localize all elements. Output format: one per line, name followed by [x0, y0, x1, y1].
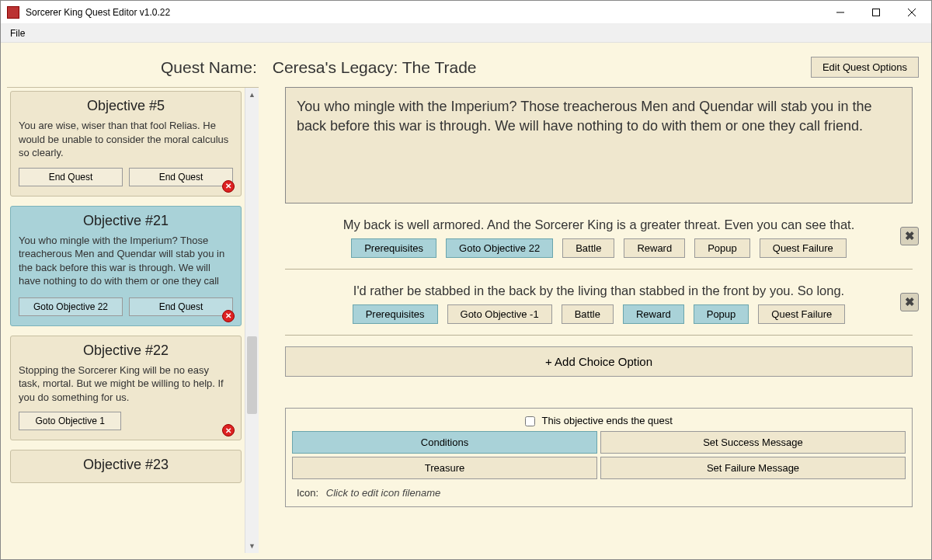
goto-objective-button[interactable]: Goto Objective 22 — [446, 238, 553, 258]
objective-action-button[interactable]: End Quest — [129, 297, 233, 316]
popup-button[interactable]: Popup — [694, 238, 750, 258]
objective-action-button[interactable]: End Quest — [19, 168, 123, 186]
svg-rect-1 — [873, 9, 880, 16]
titlebar: Sorcerer King Quest Editor v1.0.22 — [1, 1, 931, 24]
prerequisites-button[interactable]: Prerequisites — [351, 238, 436, 258]
content-area: Quest Name: Ceresa's Legacy: The Trade E… — [1, 43, 931, 559]
maximize-button[interactable] — [858, 1, 894, 24]
objective-card[interactable]: Objective #23 — [10, 450, 242, 483]
close-button[interactable] — [894, 1, 930, 24]
delete-choice-button[interactable]: ✖ — [900, 227, 919, 245]
scroll-up-icon[interactable]: ▲ — [245, 88, 259, 102]
reward-button[interactable]: Reward — [624, 238, 685, 258]
icon-filename-field[interactable]: Click to edit icon filename — [326, 487, 440, 499]
objective-card[interactable]: Objective #22 Stopping the Sorcerer King… — [10, 336, 242, 441]
objective-desc: You are wise, wiser than that fool Relia… — [19, 119, 233, 160]
prerequisites-button[interactable]: Prerequisites — [353, 304, 438, 324]
objective-card[interactable]: Objective #21 You who mingle with the Im… — [10, 206, 242, 326]
objective-list-pane: Objective #5 You are wise, wiser than th… — [7, 87, 259, 553]
objective-title: Objective #23 — [19, 457, 233, 473]
header-row: Quest Name: Ceresa's Legacy: The Trade E… — [1, 43, 931, 87]
menu-file[interactable]: File — [4, 26, 31, 40]
delete-objective-icon[interactable]: ✕ — [222, 180, 235, 193]
objective-action-button[interactable]: Goto Objective 1 — [19, 412, 121, 430]
popup-button[interactable]: Popup — [694, 304, 749, 324]
close-icon: ✖ — [905, 229, 915, 243]
conditions-button[interactable]: Conditions — [292, 431, 597, 454]
treasure-button[interactable]: Treasure — [292, 457, 597, 479]
menubar: File — [1, 24, 931, 43]
icon-row: Icon: Click to edit icon filename — [292, 487, 906, 499]
objective-scrollbar[interactable]: ▲ ▼ — [245, 88, 259, 553]
battle-button[interactable]: Battle — [562, 238, 614, 258]
objective-description-box[interactable]: You who mingle with the Imperium? Those … — [285, 87, 913, 203]
ends-quest-label[interactable]: This objective ends the quest — [525, 415, 673, 426]
scroll-down-icon[interactable]: ▼ — [245, 539, 259, 553]
objective-desc: You who mingle with the Imperium? Those … — [19, 234, 233, 290]
quest-name-label: Quest Name: — [161, 58, 257, 77]
objective-title: Objective #22 — [19, 343, 233, 359]
choice-text[interactable]: I'd rather be stabbed in the back by the… — [290, 283, 908, 298]
icon-label: Icon: — [297, 487, 318, 499]
choice-block: I'd rather be stabbed in the back by the… — [285, 283, 913, 336]
reward-button[interactable]: Reward — [623, 304, 684, 324]
objective-title: Objective #5 — [19, 98, 233, 114]
failure-message-button[interactable]: Set Failure Message — [600, 457, 906, 479]
scroll-thumb[interactable] — [247, 336, 257, 414]
window-title: Sorcerer King Quest Editor v1.0.22 — [26, 7, 822, 18]
delete-objective-icon[interactable]: ✕ — [222, 424, 235, 437]
objective-action-button[interactable]: Goto Objective 22 — [19, 297, 123, 316]
objective-card[interactable]: Objective #5 You are wise, wiser than th… — [10, 91, 242, 197]
add-choice-button[interactable]: + Add Choice Option — [285, 346, 913, 377]
objective-settings-panel: This objective ends the quest Conditions… — [285, 408, 913, 507]
choice-block: My back is well armored. And the Sorcere… — [285, 217, 913, 270]
edit-quest-options-button[interactable]: Edit Quest Options — [811, 57, 919, 78]
ends-quest-checkbox[interactable] — [525, 416, 535, 426]
quest-name-value[interactable]: Ceresa's Legacy: The Trade — [273, 58, 811, 77]
success-message-button[interactable]: Set Success Message — [600, 431, 906, 454]
delete-choice-button[interactable]: ✖ — [900, 293, 919, 311]
objective-list: Objective #5 You are wise, wiser than th… — [7, 88, 245, 553]
choice-text[interactable]: My back is well armored. And the Sorcere… — [290, 217, 908, 232]
quest-failure-button[interactable]: Quest Failure — [760, 238, 847, 258]
minimize-button[interactable] — [822, 1, 858, 24]
app-icon — [7, 6, 19, 19]
detail-pane: You who mingle with the Imperium? Those … — [273, 87, 925, 553]
close-icon: ✖ — [905, 295, 915, 309]
objective-action-button[interactable]: End Quest — [129, 168, 233, 186]
goto-objective-button[interactable]: Goto Objective -1 — [447, 304, 552, 324]
quest-failure-button[interactable]: Quest Failure — [758, 304, 845, 324]
battle-button[interactable]: Battle — [562, 304, 614, 324]
delete-objective-icon[interactable]: ✕ — [222, 310, 235, 322]
objective-title: Objective #21 — [19, 213, 233, 229]
objective-desc: Stopping the Sorcerer King will be no ea… — [19, 363, 233, 405]
